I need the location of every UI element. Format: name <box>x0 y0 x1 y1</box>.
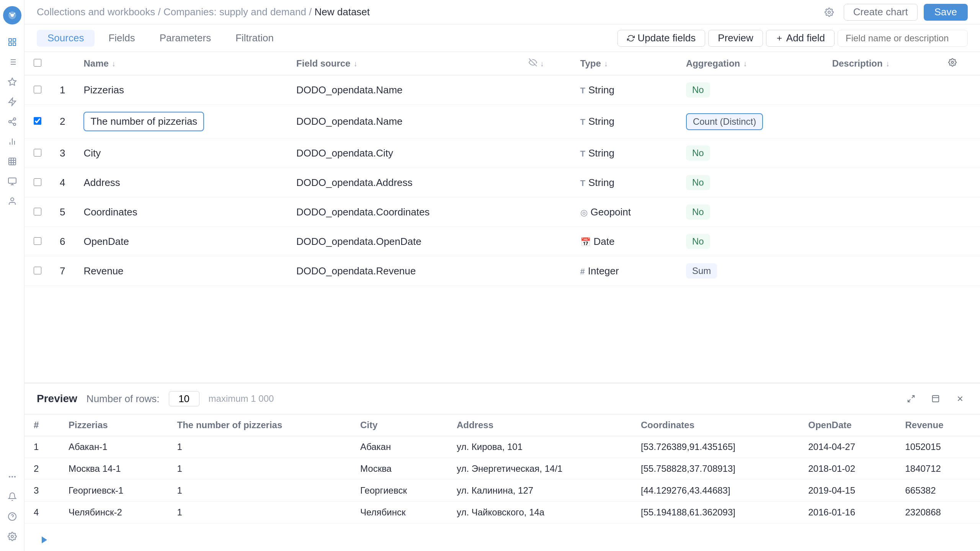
preview-date-header: OpenDate <box>799 414 896 436</box>
row-aggregation-cell[interactable]: No <box>677 139 823 168</box>
description-sort-icon[interactable]: ↓ <box>886 59 890 68</box>
preview-row-city: Челябинск <box>351 502 448 523</box>
sidebar-item-bell[interactable] <box>4 488 21 505</box>
name-cell[interactable]: Revenue <box>83 265 123 277</box>
name-sort-icon[interactable]: ↓ <box>112 59 116 68</box>
row-checkbox-6[interactable] <box>34 267 41 274</box>
app-logo[interactable] <box>3 6 21 24</box>
svg-rect-2 <box>9 43 11 46</box>
sidebar-item-grid[interactable] <box>4 34 21 51</box>
row-name-cell[interactable]: City <box>74 139 287 168</box>
row-name-cell[interactable]: OpenDate <box>74 227 287 256</box>
num-header <box>51 52 74 75</box>
table-row: 3 City DODO_opendata.City TString No <box>24 139 980 168</box>
preview-expand-button[interactable] <box>903 391 919 406</box>
row-name-cell[interactable]: Address <box>74 168 287 197</box>
sidebar-item-table[interactable] <box>4 153 21 170</box>
type-sort-icon[interactable]: ↓ <box>604 59 608 68</box>
sidebar-item-chart[interactable] <box>4 133 21 150</box>
tab-sources[interactable]: Sources <box>37 30 95 47</box>
preview-row-address: ул. Энергетическая, 14/1 <box>448 458 632 480</box>
preview-button[interactable]: Preview <box>708 30 763 47</box>
tab-fields[interactable]: Fields <box>98 30 145 47</box>
sidebar-item-user[interactable] <box>4 193 21 210</box>
row-checkbox-5[interactable] <box>34 237 41 245</box>
svg-line-35 <box>908 399 910 402</box>
row-settings-cell <box>939 139 980 168</box>
field-source-header[interactable]: Field source ↓ <box>287 52 519 75</box>
name-header[interactable]: Name ↓ <box>74 52 287 75</box>
row-name-cell[interactable]: Pizzerias <box>74 75 287 105</box>
settings-col-header[interactable] <box>939 52 980 75</box>
sidebar-item-dots[interactable] <box>4 468 21 485</box>
preview-rows-input[interactable] <box>169 391 199 406</box>
row-aggregation-cell[interactable]: No <box>677 197 823 227</box>
type-header-label: Type <box>580 58 601 69</box>
hidden-col-header[interactable]: ↓ <box>519 52 571 75</box>
sidebar-item-list[interactable] <box>4 54 21 70</box>
update-fields-button[interactable]: Update fields <box>617 30 706 47</box>
row-settings-cell <box>939 227 980 256</box>
preview-dock-button[interactable] <box>928 391 943 406</box>
preview-num-header: # <box>24 414 59 436</box>
row-aggregation-cell[interactable]: No <box>677 227 823 256</box>
create-chart-button[interactable]: Create chart <box>844 4 918 21</box>
row-checkbox-2[interactable] <box>34 149 41 156</box>
name-cell[interactable]: Address <box>83 177 120 188</box>
sidebar-item-star[interactable] <box>4 73 21 90</box>
save-button[interactable]: Save <box>924 4 968 21</box>
row-aggregation-cell[interactable]: Sum <box>677 256 823 286</box>
preview-row-pizzerias: Абакан-1 <box>59 436 168 458</box>
row-name-cell[interactable]: Revenue <box>74 256 287 286</box>
name-cell[interactable]: OpenDate <box>83 236 129 247</box>
row-aggregation-cell[interactable]: Count (Distinct) <box>677 105 823 139</box>
name-cell[interactable]: Pizzerias <box>83 84 124 96</box>
name-cell-selected[interactable]: The number of pizzerias <box>83 112 204 131</box>
svg-point-6 <box>13 118 16 120</box>
sidebar-item-lightning[interactable] <box>4 93 21 110</box>
svg-point-25 <box>14 476 16 478</box>
top-bar: Collections and workbooks / Companies: s… <box>24 0 980 24</box>
svg-line-9 <box>11 122 13 124</box>
name-cell[interactable]: City <box>83 147 101 159</box>
preview-count-header: The number of pizzerias <box>168 414 351 436</box>
field-source-sort-icon[interactable]: ↓ <box>353 59 357 68</box>
sidebar-item-connections[interactable] <box>4 113 21 130</box>
row-aggregation-cell[interactable]: No <box>677 75 823 105</box>
row-name-cell[interactable]: Coordinates <box>74 197 287 227</box>
sidebar-item-settings[interactable] <box>4 528 21 545</box>
sidebar-item-monitor[interactable] <box>4 173 21 190</box>
select-all-checkbox[interactable] <box>34 59 41 67</box>
row-checkbox-1[interactable] <box>34 117 41 125</box>
preview-row-address: ул. Калинина, 127 <box>448 480 632 502</box>
settings-button[interactable] <box>821 4 838 21</box>
preview-row-coords: [55.758828,37.708913] <box>632 458 799 480</box>
preview-max-hint: maximum 1 000 <box>209 393 274 404</box>
aggregation-sort-icon[interactable]: ↓ <box>743 59 747 68</box>
row-num-cell: 3 <box>51 139 74 168</box>
play-button[interactable] <box>37 533 52 548</box>
search-input[interactable] <box>838 30 968 47</box>
row-checkbox-3[interactable] <box>34 178 41 186</box>
row-type-cell: TString <box>571 139 677 168</box>
preview-row-count: 1 <box>168 480 351 502</box>
tab-filtration[interactable]: Filtration <box>225 30 284 47</box>
name-cell[interactable]: Coordinates <box>83 206 137 218</box>
row-hidden-cell <box>519 256 571 286</box>
hidden-sort-icon[interactable]: ↓ <box>540 59 544 68</box>
preview-row-pizzerias: Челябинск-2 <box>59 502 168 523</box>
add-field-button[interactable]: Add field <box>766 30 835 47</box>
row-checkbox-0[interactable] <box>34 86 41 93</box>
row-settings-cell <box>939 75 980 105</box>
aggregation-header[interactable]: Aggregation ↓ <box>677 52 823 75</box>
type-header[interactable]: Type ↓ <box>571 52 677 75</box>
description-header[interactable]: Description ↓ <box>823 52 939 75</box>
row-name-cell[interactable]: The number of pizzerias <box>74 105 287 139</box>
row-checkbox-4[interactable] <box>34 208 41 215</box>
tab-parameters[interactable]: Parameters <box>149 30 222 47</box>
preview-row-count: 1 <box>168 436 351 458</box>
preview-close-button[interactable] <box>952 391 968 406</box>
sidebar-item-help[interactable] <box>4 508 21 525</box>
row-aggregation-cell[interactable]: No <box>677 168 823 197</box>
row-type-cell: #Integer <box>571 256 677 286</box>
